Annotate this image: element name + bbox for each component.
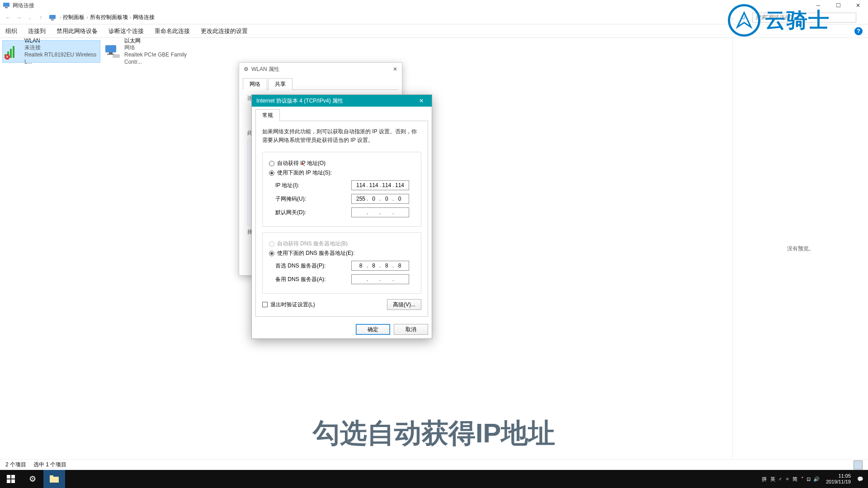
organize-menu[interactable]: 组织 [5,27,17,35]
adapter-list: ✕ WLAN 未连接 Realtek RTL8192EU Wireless L.… [0,38,203,459]
content-area: ✕ WLAN 未连接 Realtek RTL8192EU Wireless L.… [0,38,868,459]
svg-rect-1 [5,7,8,8]
adapter-ethernet[interactable]: 以太网 网络 Realtek PCIe GBE Family Contr... [103,41,200,62]
validate-label: 退出时验证设置(L) [270,301,315,309]
close-icon[interactable]: ✕ [393,66,397,72]
dns2-label: 备用 DNS 服务器(A): [275,276,351,283]
svg-rect-7 [13,46,14,58]
breadcrumb-item[interactable]: 控制面板 [63,14,85,21]
item-count: 2 个项目 [5,461,26,469]
dns1-input[interactable]: 8. 8. 8. 8 [351,261,409,271]
chevron-right-icon: › [86,15,88,20]
chevron-right-icon: › [130,15,131,20]
adapter-device: Realtek RTL8192EU Wireless L... [24,52,99,66]
svg-rect-18 [50,477,59,483]
ip-group: 自动获得 IP 地址(O) ↖ 使用下面的 IP 地址(S): IP 地址(I)… [262,152,421,227]
wlan-dialog-title: WLAN 属性 [251,66,279,73]
forward-button[interactable]: → [14,12,24,23]
tab-general[interactable]: 常规 [255,109,280,121]
ipv4-description: 如果网络支持此功能，则可以获取自动指派的 IP 设置。否则，你需要从网络系统管理… [262,127,421,145]
subnet-mask-input[interactable]: 255. 0. 0. 0 [351,194,409,204]
cursor-icon: ↖ [301,161,306,168]
adapter-wlan[interactable]: ✕ WLAN 未连接 Realtek RTL8192EU Wireless L.… [3,41,100,62]
radio-manual-dns[interactable] [269,251,274,256]
breadcrumb-item[interactable]: 网络连接 [133,14,155,21]
adapter-name: WLAN [24,38,99,45]
connect-to-button[interactable]: 连接到 [28,27,46,35]
view-mode-icon[interactable] [854,460,863,469]
diagnose-button[interactable]: 诊断这个连接 [108,27,144,35]
svg-rect-6 [10,49,12,58]
ip-address-label: IP 地址(I): [275,182,351,189]
network-tray-icon[interactable]: ⊡ [807,476,811,482]
change-settings-button[interactable]: 更改此连接的设置 [201,27,248,35]
ip-address-input[interactable]: 114. 114. 114. 114 [351,180,409,190]
explorer-taskbar-button[interactable] [43,470,65,488]
logo-text: 云骑士 [765,6,830,34]
back-button[interactable]: ← [3,12,14,23]
adapter-device: Realtek PCIe GBE Family Contr... [124,52,199,66]
subnet-mask-label: 子网掩码(U): [275,195,351,203]
knight-icon [728,4,760,37]
no-preview-label: 没有预览。 [787,245,814,253]
ipv4-properties-dialog: Internet 协议版本 4 (TCP/IPv4) 属性 ✕ 常规 如果网络支… [251,94,432,339]
svg-rect-15 [11,475,15,479]
svg-rect-17 [11,479,15,483]
network-icon [3,2,10,9]
taskbar: ⚙ 拼 英 ♂ ✧ 简 ˄ ⊡ 🔊 11:05 2019/11/19 💬 [0,470,868,488]
wlan-dialog-icon: ⚙ [244,66,249,72]
svg-rect-13 [113,54,120,58]
svg-rect-14 [7,475,10,479]
radio-manual-ip-label: 使用下面的 IP 地址(S): [277,169,332,177]
dialog-titlebar[interactable]: ⚙ WLAN 属性 ✕ [239,63,402,75]
clock-time: 11:05 [826,473,851,479]
gateway-input[interactable]: . . . [351,207,409,217]
adapter-name: 以太网 [124,38,199,45]
breadcrumb-item[interactable]: 所有控制面板项 [90,14,128,21]
disable-device-button[interactable]: 禁用此网络设备 [57,27,98,35]
tray-chevron-icon[interactable]: ˄ [801,476,804,482]
tab-share[interactable]: 共享 [268,78,292,90]
svg-rect-2 [49,15,56,19]
rename-button[interactable]: 重命名此连接 [155,27,190,35]
radio-manual-ip[interactable] [269,170,274,176]
close-icon[interactable]: ✕ [415,95,427,107]
ime-indicator[interactable]: 拼 英 ♂ ✧ 简 [762,476,798,483]
ipv4-title: Internet 协议版本 4 (TCP/IPv4) 属性 [256,97,343,105]
dns2-input[interactable]: . . . [351,274,409,284]
svg-rect-3 [51,19,54,20]
dns-group: 自动获得 DNS 服务器地址(B) 使用下面的 DNS 服务器地址(E): 首选… [262,232,421,294]
svg-rect-10 [105,45,116,52]
help-icon[interactable]: ? [854,27,863,35]
start-button[interactable] [0,470,22,488]
cancel-button[interactable]: 取消 [394,324,428,335]
svg-rect-16 [7,479,10,483]
wifi-icon: ✕ [4,42,22,61]
close-button[interactable]: ✕ [848,0,868,11]
svg-rect-11 [109,52,113,54]
adapter-status: 未连接 [24,44,99,52]
ipv4-titlebar[interactable]: Internet 协议版本 4 (TCP/IPv4) 属性 ✕ [252,95,432,107]
history-dropdown[interactable]: ⌄ [24,12,35,23]
ok-button[interactable]: 确定 [356,324,390,335]
tab-network[interactable]: 网络 [243,78,267,90]
radio-manual-dns-label: 使用下面的 DNS 服务器地址(E): [277,249,354,257]
radio-auto-ip[interactable] [269,161,274,166]
preview-pane: 没有预览。 [732,38,868,459]
status-bar: 2 个项目 选中 1 个项目 [0,459,868,470]
selected-count: 选中 1 个项目 [33,461,66,469]
monitor-icon [49,14,56,21]
radio-auto-dns-label: 自动获得 DNS 服务器地址(B) [277,240,348,248]
taskbar-clock[interactable]: 11:05 2019/11/19 [822,473,854,485]
validate-checkbox[interactable] [262,302,268,307]
chevron-right-icon: › [60,15,61,20]
adapter-status: 网络 [124,44,199,52]
advanced-button[interactable]: 高级(V)... [387,299,421,310]
notifications-tray-icon[interactable]: 💬 [857,476,863,482]
breadcrumb[interactable]: › 控制面板 › 所有控制面板项 › 网络连接 [60,14,727,21]
clock-date: 2019/11/19 [826,479,851,485]
settings-taskbar-button[interactable]: ⚙ [22,470,43,488]
up-button[interactable]: ↑ [35,12,46,23]
window-title: 网络连接 [13,2,34,9]
volume-tray-icon[interactable]: 🔊 [813,476,820,482]
